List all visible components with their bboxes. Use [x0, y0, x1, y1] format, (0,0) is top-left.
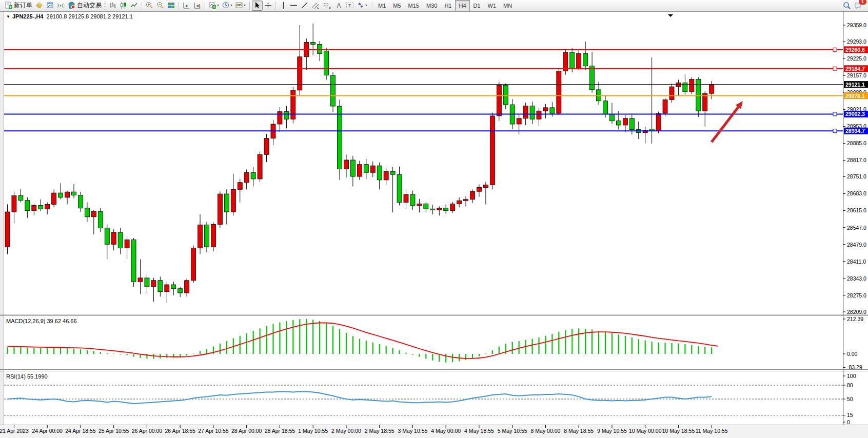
candlestick[interactable]	[138, 278, 143, 282]
line-handle[interactable]	[833, 48, 837, 51]
candlestick[interactable]	[377, 166, 382, 180]
candlestick[interactable]	[483, 185, 488, 188]
candlestick[interactable]	[151, 281, 156, 287]
candlestick[interactable]	[470, 191, 475, 200]
candlestick[interactable]	[331, 75, 336, 106]
candlestick[interactable]	[390, 171, 395, 174]
candlestick[interactable]	[663, 99, 667, 113]
notifications-button[interactable]: 1	[853, 1, 864, 11]
candlestick[interactable]	[251, 172, 255, 179]
text-tool-button[interactable]: A	[333, 1, 344, 11]
candlestick[interactable]	[224, 194, 229, 212]
candlestick[interactable]	[550, 108, 555, 113]
candlestick[interactable]	[583, 53, 588, 66]
candlestick[interactable]	[477, 187, 481, 191]
auto-scroll-button[interactable]	[181, 1, 192, 11]
candlestick[interactable]	[178, 289, 183, 293]
tab-timeframe-mn[interactable]: MN	[500, 0, 516, 11]
line-handle[interactable]	[833, 129, 837, 133]
tab-timeframe-d1[interactable]: D1	[470, 0, 484, 11]
candlestick[interactable]	[570, 52, 575, 69]
candlestick[interactable]	[656, 113, 661, 131]
zoom-out-button[interactable]	[155, 1, 166, 11]
candlestick[interactable]	[709, 85, 714, 93]
candlestick[interactable]	[105, 228, 109, 245]
new-order-button[interactable]: 新订单	[3, 1, 34, 11]
candlestick[interactable]	[45, 204, 50, 209]
candlestick[interactable]	[364, 165, 368, 173]
candlestick[interactable]	[543, 108, 548, 111]
chart-shift-button[interactable]	[192, 1, 203, 11]
tab-timeframe-m15[interactable]: M15	[405, 0, 423, 11]
candlestick[interactable]	[344, 160, 348, 169]
candlestick[interactable]	[65, 192, 70, 197]
tab-timeframe-w1[interactable]: W1	[484, 0, 500, 11]
candlestick[interactable]	[370, 166, 375, 172]
candlestick[interactable]	[417, 204, 422, 206]
candlestick[interactable]	[503, 85, 508, 105]
candlestick[interactable]	[284, 112, 289, 120]
candlestick[interactable]	[278, 112, 282, 124]
line-handle[interactable]	[833, 67, 837, 70]
candlestick[interactable]	[98, 211, 103, 228]
chart-window-button[interactable]	[45, 1, 55, 11]
chevron-down-icon[interactable]: ▼	[6, 14, 10, 19]
candlestick[interactable]	[91, 211, 96, 217]
candlestick[interactable]	[171, 285, 176, 289]
zoom-in-button[interactable]	[144, 1, 155, 11]
candlestick[interactable]	[111, 232, 116, 244]
candlestick[interactable]	[58, 193, 63, 197]
candlestick[interactable]	[623, 118, 627, 125]
candlestick[interactable]	[145, 278, 149, 287]
candlestick[interactable]	[298, 57, 302, 90]
candlestick[interactable]	[158, 281, 163, 292]
trendline-tool-button[interactable]	[299, 1, 310, 11]
candlestick[interactable]	[231, 189, 235, 212]
candlestick[interactable]	[5, 212, 10, 247]
candlestick[interactable]	[185, 281, 189, 293]
candlestick[interactable]	[357, 165, 362, 176]
candlestick[interactable]	[165, 285, 169, 292]
candlestick[interactable]	[244, 172, 249, 182]
candlestick[interactable]	[530, 106, 535, 119]
candlestick[interactable]	[52, 193, 56, 204]
tile-windows-button[interactable]	[166, 1, 176, 11]
candlestick[interactable]	[211, 224, 215, 247]
candlestick[interactable]	[72, 192, 76, 195]
candlestick[interactable]	[38, 205, 43, 209]
tab-timeframe-m5[interactable]: M5	[389, 0, 404, 11]
candlestick[interactable]	[464, 200, 468, 201]
candlestick[interactable]	[318, 44, 322, 53]
candlestick[interactable]	[238, 183, 242, 190]
search-button[interactable]	[841, 1, 853, 11]
candlestick[interactable]	[404, 194, 408, 203]
candlestick[interactable]	[397, 174, 402, 202]
candlestick[interactable]	[609, 114, 614, 121]
candlestick[interactable]	[125, 240, 129, 248]
autotrade-button[interactable]: 自动交易	[66, 1, 103, 11]
candlestick[interactable]	[497, 85, 501, 116]
candlestick[interactable]	[437, 208, 442, 210]
candlestick[interactable]	[258, 154, 262, 179]
candlestick[interactable]	[669, 87, 674, 99]
candlestick[interactable]	[291, 90, 295, 119]
tab-timeframe-m1[interactable]: M1	[374, 0, 389, 11]
candlestick[interactable]	[523, 106, 528, 118]
horizontal-line-tool-button[interactable]	[288, 1, 299, 11]
candlestick[interactable]	[131, 240, 136, 282]
candlestick[interactable]	[218, 194, 222, 224]
market-watch-button[interactable]	[34, 1, 45, 11]
bar-chart-button[interactable]	[107, 1, 118, 11]
line-handle[interactable]	[833, 112, 837, 116]
signals-button[interactable]	[55, 1, 66, 11]
candlestick[interactable]	[577, 53, 581, 68]
candlestick[interactable]	[537, 111, 541, 119]
candlestick[interactable]	[338, 106, 342, 169]
candlestick[interactable]	[12, 195, 16, 212]
candlestick[interactable]	[557, 71, 561, 113]
period-button[interactable]	[221, 1, 234, 11]
candlestick[interactable]	[696, 79, 701, 111]
candlestick[interactable]	[430, 209, 435, 210]
candlestick[interactable]	[205, 225, 209, 247]
candlestick[interactable]	[324, 51, 329, 75]
